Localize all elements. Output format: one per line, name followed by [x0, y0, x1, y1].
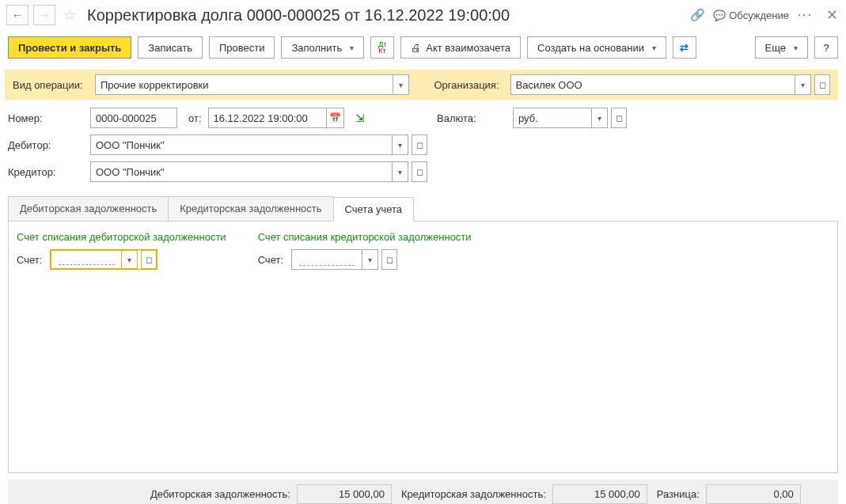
currency-input[interactable]: руб.	[513, 108, 592, 128]
calendar-icon: 📅	[329, 112, 341, 123]
post-and-close-button[interactable]: Провести и закрыть	[8, 36, 131, 59]
footer-diff-value: 0,00	[706, 484, 801, 504]
page-title: Корректировка долга 0000-000025 от 16.12…	[87, 6, 685, 25]
debit-account-title: Счет списания дебиторской задолженности	[17, 231, 226, 243]
credit-account-input[interactable]	[291, 249, 362, 270]
org-open-icon[interactable]: ◻	[814, 74, 830, 95]
op-type-value[interactable]: Прочие корректировки	[95, 74, 393, 95]
close-icon[interactable]: ✕	[826, 6, 838, 24]
creditor-dropdown-icon[interactable]: ▾	[393, 161, 408, 182]
act-button[interactable]: 🖨 Акт взаимозачета	[400, 36, 521, 59]
footer-credit-label: Кредиторская задолженность:	[401, 488, 546, 500]
swap-icon: ⇄	[680, 42, 689, 54]
footer-debit-label: Дебиторская задолженность:	[150, 488, 290, 500]
tab-debit[interactable]: Дебиторская задолженность	[8, 196, 169, 221]
swap-button[interactable]: ⇄	[673, 36, 696, 59]
date-input[interactable]: 16.12.2022 19:00:00	[208, 108, 327, 128]
credit-account-title: Счет списания кредиторской задолженности	[258, 231, 472, 243]
org-label: Организация:	[434, 79, 504, 91]
tab-credit[interactable]: Кредиторская задолженность	[168, 196, 333, 221]
act-label: Акт взаимозачета	[426, 42, 510, 54]
currency-open-icon[interactable]: ◻	[611, 108, 627, 128]
org-dropdown-icon[interactable]: ▾	[795, 74, 811, 95]
nav-back-button[interactable]: ←	[6, 5, 28, 25]
credit-account-open-icon[interactable]: ◻	[381, 249, 397, 270]
fill-button[interactable]: Заполнить	[281, 36, 364, 59]
creditor-input[interactable]: ООО "Пончик"	[90, 161, 393, 182]
op-type-select[interactable]: Прочие корректировки ▾	[95, 74, 409, 95]
nav-forward-button[interactable]: →	[33, 5, 55, 25]
creditor-open-icon[interactable]: ◻	[412, 161, 427, 182]
dt-kt-button[interactable]: ДтКт	[370, 36, 394, 59]
discuss-button[interactable]: 💬 Обсуждение	[713, 9, 789, 21]
credit-account-label: Счет:	[258, 254, 283, 266]
help-button[interactable]: ?	[814, 36, 838, 59]
favorite-icon[interactable]: ☆	[63, 6, 76, 24]
debit-account-label: Счет:	[17, 254, 42, 266]
op-type-dropdown-icon[interactable]: ▾	[393, 74, 409, 95]
footer-credit-value: 15 000,00	[552, 484, 647, 504]
dt-kt-icon: ДтКт	[378, 41, 386, 54]
creditor-label: Кредитор:	[8, 166, 84, 178]
debitor-open-icon[interactable]: ◻	[412, 135, 427, 155]
from-label: от:	[188, 112, 202, 124]
tab-accounts[interactable]: Счета учета	[333, 197, 415, 222]
org-value[interactable]: Василек ООО	[510, 74, 796, 95]
create-based-button[interactable]: Создать на основании	[527, 36, 666, 59]
footer-diff-label: Разница:	[657, 488, 700, 500]
debit-account-open-icon[interactable]: ◻	[141, 250, 157, 269]
chat-icon: 💬	[713, 9, 726, 21]
debit-account-dropdown-icon[interactable]: ▾	[122, 250, 138, 269]
discuss-label: Обсуждение	[729, 9, 789, 21]
post-button[interactable]: Провести	[209, 36, 275, 59]
more-button[interactable]: Еще	[755, 36, 808, 59]
calendar-button[interactable]: 📅	[327, 108, 344, 128]
debit-account-input[interactable]	[51, 250, 122, 269]
number-label: Номер:	[8, 112, 84, 124]
debitor-input[interactable]: ООО "Пончик"	[90, 135, 393, 155]
org-select[interactable]: Василек ООО ▾ ◻	[510, 74, 831, 95]
save-button[interactable]: Записать	[138, 36, 203, 59]
currency-dropdown-icon[interactable]: ▾	[592, 108, 608, 128]
kebab-menu-icon[interactable]: ⋮	[796, 8, 814, 23]
credit-account-dropdown-icon[interactable]: ▾	[362, 249, 378, 270]
debitor-label: Дебитор:	[8, 139, 84, 151]
link-arrow-icon[interactable]: ⇲	[355, 112, 365, 124]
link-icon[interactable]: 🔗	[690, 8, 705, 22]
number-input[interactable]: 0000-000025	[90, 108, 177, 128]
op-type-label: Вид операции:	[13, 79, 89, 91]
currency-label: Валюта:	[437, 112, 506, 124]
footer-debit-value: 15 000,00	[297, 484, 392, 504]
debitor-dropdown-icon[interactable]: ▾	[393, 135, 408, 155]
print-icon: 🖨	[411, 42, 421, 54]
